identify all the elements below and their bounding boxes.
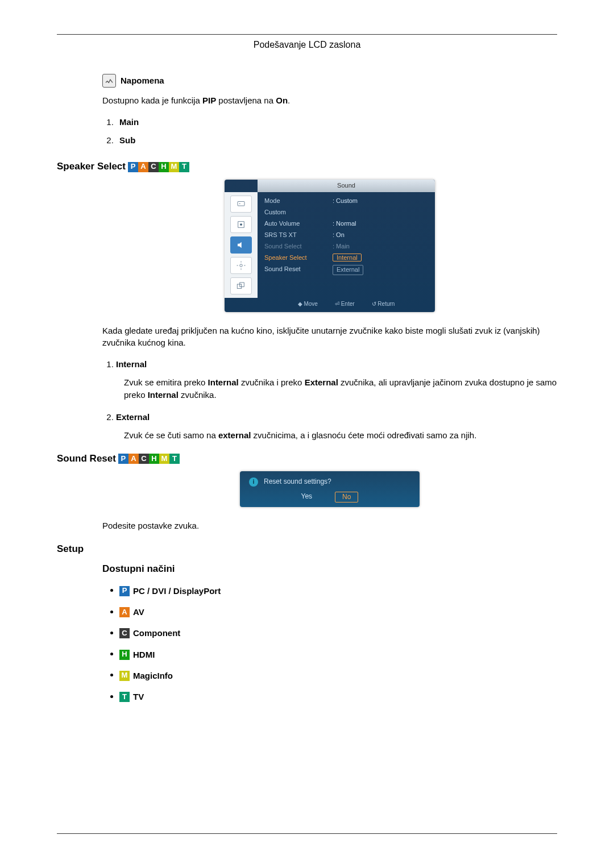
page-header: Podešavanje LCD zaslona bbox=[57, 38, 557, 51]
note-on: On bbox=[276, 95, 288, 105]
osd-sound-reset-label[interactable]: Sound Reset bbox=[264, 265, 333, 275]
speaker-select-heading: Speaker Select bbox=[57, 160, 126, 174]
mode-strip-speaker: P A C H M T bbox=[128, 162, 189, 172]
mode-p-label: PC / DVI / DisplayPort bbox=[133, 585, 221, 597]
osd-footer-return: ↺ Return bbox=[372, 300, 395, 309]
osd-tab-screen-icon[interactable] bbox=[230, 216, 252, 233]
speaker-external-body: Zvuk će se čuti samo na external zvučnic… bbox=[124, 429, 557, 442]
setup-heading: Setup bbox=[57, 542, 84, 556]
osd-tab-multi-icon[interactable] bbox=[230, 277, 252, 294]
mode-c-label: Component bbox=[133, 627, 180, 639]
osd-sound-select-label: Sound Select bbox=[264, 242, 333, 251]
osd-tab-picture-icon[interactable] bbox=[230, 196, 252, 213]
osd-custom-label: Custom bbox=[264, 208, 333, 217]
sound-reset-body: Podesite postavke zvuka. bbox=[102, 520, 557, 532]
note-text: Dostupno kada je funkcija PIP postavljen… bbox=[102, 94, 557, 107]
note-dot: . bbox=[288, 95, 290, 105]
osd-srs-value: : On bbox=[333, 231, 345, 240]
svg-rect-0 bbox=[238, 202, 244, 206]
speaker-intro: Kada gledate uređaj priključen na kućno … bbox=[102, 325, 557, 350]
mode-box-c-icon: C bbox=[139, 454, 149, 464]
osd-tab-setup-icon[interactable] bbox=[230, 257, 252, 274]
mode-box-t-icon: T bbox=[179, 162, 189, 172]
osd-auto-volume-value: : Normal bbox=[333, 219, 356, 229]
osd-srs-label: SRS TS XT bbox=[264, 231, 333, 240]
svg-point-3 bbox=[240, 224, 242, 226]
note-label: Napomena bbox=[121, 74, 164, 87]
mode-a-label: AV bbox=[133, 606, 144, 618]
mode-t-icon: T bbox=[119, 692, 130, 702]
mode-m-icon: M bbox=[119, 671, 130, 681]
mode-c-icon: C bbox=[119, 628, 130, 638]
note-pre: Dostupno kada je funkcija bbox=[102, 95, 202, 105]
pip-main: Main bbox=[119, 117, 139, 127]
svg-rect-6 bbox=[240, 283, 244, 287]
reset-dialog: i Reset sound settings? Yes No bbox=[240, 471, 420, 507]
mode-box-h-icon: H bbox=[149, 454, 159, 464]
svg-point-4 bbox=[240, 264, 243, 267]
note-pip: PIP bbox=[202, 95, 216, 105]
mode-box-h-icon: H bbox=[159, 162, 169, 172]
mode-box-p-icon: P bbox=[128, 162, 138, 172]
osd-mode-label: Mode bbox=[264, 197, 333, 206]
mode-p-icon: P bbox=[119, 586, 130, 596]
note-mid: postavljena na bbox=[216, 95, 276, 105]
osd-title: Sound bbox=[258, 180, 435, 192]
reset-no-button[interactable]: No bbox=[335, 492, 358, 502]
mode-t-label: TV bbox=[133, 691, 144, 703]
osd-footer-move: ◆ Move bbox=[298, 300, 318, 309]
svg-point-1 bbox=[239, 203, 240, 205]
mode-strip-reset: P A C H M T bbox=[118, 454, 180, 464]
sound-reset-heading: Sound Reset bbox=[57, 452, 116, 466]
svg-rect-5 bbox=[237, 284, 242, 289]
osd-mode-value: : Custom bbox=[333, 197, 358, 206]
mode-h-label: HDMI bbox=[133, 649, 155, 661]
speaker-options: Internal Zvuk se emitira preko Internal … bbox=[102, 358, 557, 442]
mode-h-icon: H bbox=[119, 650, 130, 660]
osd-tab-sound-icon[interactable] bbox=[230, 236, 252, 254]
mode-box-p-icon: P bbox=[118, 454, 128, 464]
mode-box-m-icon: M bbox=[159, 454, 169, 464]
osd-speaker-internal[interactable]: Internal bbox=[333, 254, 362, 261]
mode-a-icon: A bbox=[119, 607, 130, 617]
reset-question: Reset sound settings? bbox=[264, 477, 331, 487]
mode-box-m-icon: M bbox=[169, 162, 179, 172]
available-modes-list: P PC / DVI / DisplayPort A AV C Componen… bbox=[102, 584, 557, 703]
pip-sub: Sub bbox=[119, 135, 135, 145]
mode-box-c-icon: C bbox=[148, 162, 159, 172]
note-icon bbox=[102, 74, 116, 88]
reset-yes-button[interactable]: Yes bbox=[301, 492, 313, 502]
osd-sound-select-value: : Main bbox=[333, 242, 350, 251]
osd-footer-enter: ⏎ Enter bbox=[335, 300, 355, 309]
mode-box-a-icon: A bbox=[138, 162, 148, 172]
info-icon: i bbox=[249, 477, 258, 487]
osd-sound-menu: Sound Mode: Custom Custom Auto Volume: N… bbox=[225, 180, 435, 312]
osd-auto-volume-label: Auto Volume bbox=[264, 219, 333, 229]
mode-box-t-icon: T bbox=[169, 454, 180, 464]
speaker-internal-title: Internal bbox=[116, 359, 147, 369]
mode-m-label: MagicInfo bbox=[133, 670, 173, 682]
osd-speaker-external[interactable]: External bbox=[333, 265, 363, 275]
speaker-external-title: External bbox=[116, 412, 150, 422]
mode-box-a-icon: A bbox=[128, 454, 139, 464]
setup-subheading: Dostupni načini bbox=[102, 562, 557, 576]
pip-list: Main Sub bbox=[102, 116, 557, 147]
osd-sidebar bbox=[225, 192, 258, 298]
osd-speaker-select-label[interactable]: Speaker Select bbox=[264, 254, 333, 263]
speaker-internal-body: Zvuk se emitira preko Internal zvučnika … bbox=[124, 376, 557, 401]
